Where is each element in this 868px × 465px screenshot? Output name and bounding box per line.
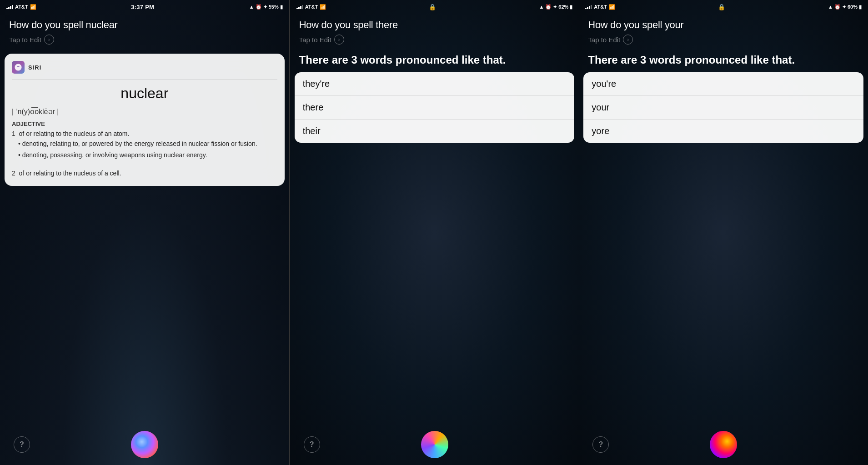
tap-to-edit-label-2: Tap to Edit xyxy=(299,36,331,44)
wifi-icon-1: 📶 xyxy=(30,4,36,10)
query-section-1: How do you spell nuclear Tap to Edit › xyxy=(0,13,289,46)
words-list-2: they're there their xyxy=(295,72,575,143)
wifi-icon-3: 📶 xyxy=(609,4,615,10)
bluetooth-icon-1: ✦ xyxy=(263,4,267,10)
panel-nuclear: AT&T 📶 3:37 PM ▲ ⏰ ✦ 55% ▮ How do you sp… xyxy=(0,0,290,465)
tap-to-edit-2[interactable]: Tap to Edit › xyxy=(299,35,570,45)
query-section-2: How do you spell there Tap to Edit › xyxy=(290,13,579,46)
carrier-3: AT&T xyxy=(594,4,607,10)
def-num-1-2: 2 of or relating to the nucleus of a cel… xyxy=(12,170,277,177)
def-text-1-2: of or relating to the nucleus of a cell. xyxy=(19,170,121,177)
phonetic-1: | ˈn(y)o͞oklēər | xyxy=(12,107,277,116)
carrier-2: AT&T xyxy=(305,4,318,10)
tap-to-edit-label-1: Tap to Edit xyxy=(9,36,41,44)
tap-to-edit-3[interactable]: Tap to Edit › xyxy=(588,35,859,45)
bottom-bar-1: ? xyxy=(0,424,289,465)
bullet-def-1-2: • denoting, possessing, or involving wea… xyxy=(12,150,277,160)
status-right-3: ▲ ⏰ ✦ 60% ▮ xyxy=(828,4,862,10)
status-bar-1: AT&T 📶 3:37 PM ▲ ⏰ ✦ 55% ▮ xyxy=(0,0,289,13)
signal-icon-1 xyxy=(6,5,13,9)
status-left-2: AT&T 📶 xyxy=(296,4,326,10)
siri-orb-2[interactable] xyxy=(421,431,448,458)
status-left-1: AT&T 📶 xyxy=(6,4,36,10)
query-text-1: How do you spell nuclear xyxy=(9,19,280,31)
status-bar-3: AT&T 📶 🔒 ▲ ⏰ ✦ 60% ▮ xyxy=(579,0,868,13)
pos-label-1: ADJECTIVE xyxy=(12,120,277,127)
def-text-1-1: of or relating to the nucleus of an atom… xyxy=(19,130,130,137)
def-index-1-1: 1 xyxy=(12,130,19,137)
battery-level-3: 60% xyxy=(848,4,858,10)
tap-to-edit-arrow-1[interactable]: › xyxy=(44,35,54,45)
lock-icon-3: 🔒 xyxy=(718,4,725,10)
location-icon-2: ▲ xyxy=(539,4,544,10)
word-item-2-0[interactable]: they're xyxy=(295,72,575,96)
query-text-3: How do you spell your xyxy=(588,19,859,31)
words-list-3: you're your yore xyxy=(583,72,863,143)
wifi-icon-2: 📶 xyxy=(320,4,326,10)
bottom-bar-3: ? xyxy=(579,424,868,465)
def-index-1-2: 2 xyxy=(12,170,19,177)
status-right-2: ▲ ⏰ ✦ 62% ▮ xyxy=(539,4,572,10)
help-button-1[interactable]: ? xyxy=(14,436,30,453)
alarm-icon-1: ⏰ xyxy=(256,4,262,10)
words-heading-2: There are 3 words pronounced like that. xyxy=(290,46,579,72)
alarm-icon-3: ⏰ xyxy=(834,4,841,10)
siri-label-1: SIRI xyxy=(28,64,41,71)
signal-icon-2 xyxy=(296,5,303,9)
status-left-3: AT&T 📶 xyxy=(585,4,615,10)
battery-level-1: 55% xyxy=(269,4,279,10)
bullet-text-1-2: denoting, possessing, or involving weapo… xyxy=(22,151,207,159)
alarm-icon-2: ⏰ xyxy=(545,4,552,10)
siri-orb-1[interactable] xyxy=(131,431,158,458)
word-title-1: nuclear xyxy=(12,85,277,102)
battery-level-2: 62% xyxy=(558,4,568,10)
siri-header-1: SIRI xyxy=(12,61,277,80)
bullet-def-1-1: • denoting, relating to, or powered by t… xyxy=(12,139,277,148)
tap-to-edit-label-3: Tap to Edit xyxy=(588,36,620,44)
lock-icon-2: 🔒 xyxy=(429,4,436,10)
def-num-1-1: 1 of or relating to the nucleus of an at… xyxy=(12,130,277,137)
tap-to-edit-arrow-2[interactable]: › xyxy=(334,35,344,45)
status-bar-2: AT&T 📶 🔒 ▲ ⏰ ✦ 62% ▮ xyxy=(290,0,579,13)
word-item-3-1[interactable]: your xyxy=(583,96,863,120)
query-text-2: How do you spell there xyxy=(299,19,570,31)
battery-icon-1: ▮ xyxy=(280,4,283,10)
word-item-2-2[interactable]: their xyxy=(295,120,575,143)
help-button-2[interactable]: ? xyxy=(304,436,320,453)
siri-card-1: SIRI nuclear | ˈn(y)o͞oklēər | ADJECTIVE… xyxy=(5,54,285,186)
help-button-3[interactable]: ? xyxy=(592,436,609,453)
carrier-1: AT&T xyxy=(15,4,28,10)
battery-icon-2: ▮ xyxy=(570,4,572,10)
battery-icon-3: ▮ xyxy=(859,4,862,10)
words-heading-3: There are 3 words pronounced like that. xyxy=(579,46,868,72)
panel-your: AT&T 📶 🔒 ▲ ⏰ ✦ 60% ▮ How do you spell yo… xyxy=(579,0,868,465)
status-right-1: ▲ ⏰ ✦ 55% ▮ xyxy=(249,4,283,10)
tap-to-edit-arrow-3[interactable]: › xyxy=(623,35,633,45)
word-item-3-0[interactable]: you're xyxy=(583,72,863,96)
query-section-3: How do you spell your Tap to Edit › xyxy=(579,13,868,46)
word-item-3-2[interactable]: yore xyxy=(583,120,863,143)
signal-icon-3 xyxy=(585,5,592,9)
location-icon-1: ▲ xyxy=(249,4,254,10)
siri-orb-3[interactable] xyxy=(707,428,740,461)
location-icon-3: ▲ xyxy=(828,4,833,10)
panel-there: AT&T 📶 🔒 ▲ ⏰ ✦ 62% ▮ How do you spell th… xyxy=(290,0,579,465)
bluetooth-icon-2: ✦ xyxy=(553,4,557,10)
time-1: 3:37 PM xyxy=(131,4,154,10)
bullet-text-1-1: denoting, relating to, or powered by the… xyxy=(22,140,257,147)
bluetooth-icon-3: ✦ xyxy=(842,4,846,10)
bottom-bar-2: ? xyxy=(290,424,579,465)
siri-logo-1 xyxy=(12,61,25,74)
word-item-2-1[interactable]: there xyxy=(295,96,575,120)
tap-to-edit-1[interactable]: Tap to Edit › xyxy=(9,35,280,45)
